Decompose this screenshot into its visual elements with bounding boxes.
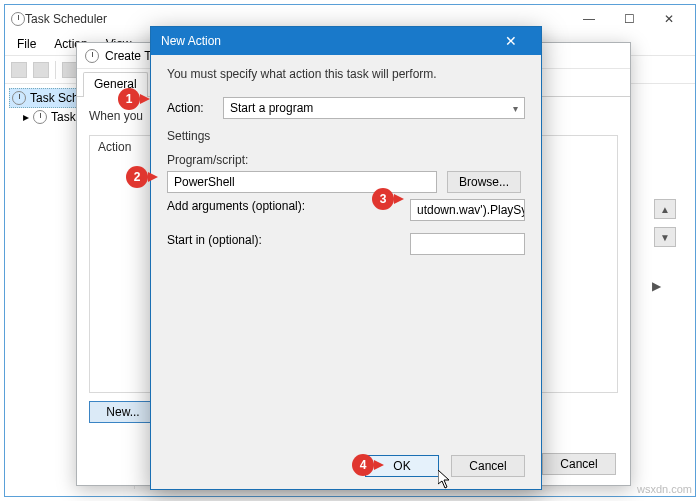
new-action-dialog: New Action ✕ You must specify what actio…: [150, 26, 542, 490]
action-select-value: Start a program: [230, 101, 313, 115]
close-button[interactable]: ✕: [649, 8, 689, 30]
new-action-title: New Action: [161, 34, 491, 48]
callout-badge-1: 1: [118, 88, 140, 110]
cancel-button[interactable]: Cancel: [451, 455, 525, 477]
minimize-button[interactable]: —: [569, 8, 609, 30]
browse-button[interactable]: Browse...: [447, 171, 521, 193]
app-icon: [11, 12, 25, 26]
callout-badge-3: 3: [372, 188, 394, 210]
action-select[interactable]: Start a program: [223, 97, 525, 119]
move-up-button[interactable]: ▲: [654, 199, 676, 219]
arguments-input-value: utdown.wav').PlaySync();: [417, 203, 525, 217]
maximize-button[interactable]: ☐: [609, 8, 649, 30]
scheduler-icon: [33, 110, 47, 124]
toolbar-forward-icon[interactable]: [33, 62, 49, 78]
menu-file[interactable]: File: [9, 35, 44, 53]
startin-input[interactable]: [410, 233, 525, 255]
new-action-titlebar: New Action ✕: [151, 27, 541, 55]
arguments-label: Add arguments (optional):: [167, 199, 346, 221]
watermark: wsxdn.com: [637, 483, 692, 495]
program-input-value: PowerShell: [174, 175, 235, 189]
new-action-button[interactable]: New...: [89, 401, 157, 423]
startin-label: Start in (optional):: [167, 233, 346, 255]
program-label: Program/script:: [167, 153, 525, 167]
cursor-icon: [438, 470, 454, 494]
callout-badge-4: 4: [352, 454, 374, 476]
clock-icon: [85, 49, 99, 63]
toolbar-separator: [55, 61, 56, 79]
program-input[interactable]: PowerShell: [167, 171, 437, 193]
expand-button[interactable]: ▶: [645, 275, 667, 297]
create-task-cancel-button[interactable]: Cancel: [542, 453, 616, 475]
new-action-hint: You must specify what action this task w…: [167, 67, 525, 81]
main-title: Task Scheduler: [25, 12, 569, 26]
close-button[interactable]: ✕: [491, 30, 531, 52]
right-actions-pane: ▲ ▼ ▶: [645, 99, 685, 297]
move-down-button[interactable]: ▼: [654, 227, 676, 247]
toolbar-back-icon[interactable]: [11, 62, 27, 78]
arguments-input[interactable]: utdown.wav').PlaySync();: [410, 199, 525, 221]
action-label: Action:: [167, 101, 223, 115]
settings-label: Settings: [167, 129, 525, 143]
scheduler-icon: [12, 91, 26, 105]
callout-badge-2: 2: [126, 166, 148, 188]
